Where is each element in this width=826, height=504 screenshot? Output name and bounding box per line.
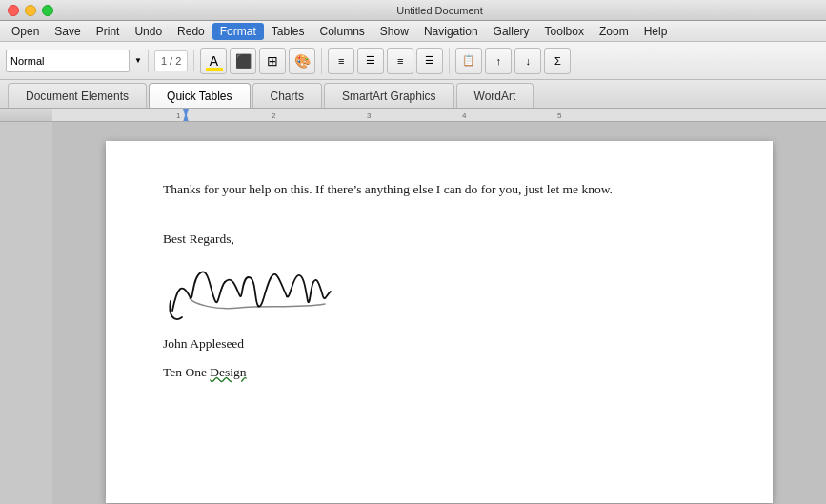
document-area: Thanks for your help on this. If there’s… xyxy=(0,122,826,504)
align-center-button[interactable]: ☰ xyxy=(357,48,384,74)
menu-tables[interactable]: Tables xyxy=(264,23,312,40)
tab-charts[interactable]: Charts xyxy=(252,83,322,108)
align-right-button[interactable]: ≡ xyxy=(387,48,413,74)
close-button[interactable] xyxy=(8,5,19,16)
sender-name: John Appleseed xyxy=(163,333,715,354)
menu-gallery[interactable]: Gallery xyxy=(486,23,537,40)
style-group: ▼ xyxy=(6,50,149,72)
menu-show[interactable]: Show xyxy=(373,23,416,40)
svg-text:2: 2 xyxy=(272,111,276,120)
menu-zoom[interactable]: Zoom xyxy=(592,23,636,40)
align-left-button[interactable]: ≡ xyxy=(328,48,354,74)
menu-save[interactable]: Save xyxy=(47,23,88,40)
title-bar: Untitled Document xyxy=(0,0,826,21)
ruler-content: 1 2 3 4 5 xyxy=(52,109,826,121)
menu-toolbox[interactable]: Toolbox xyxy=(537,23,592,40)
font-color-button[interactable]: A xyxy=(200,48,227,74)
menu-bar: Open Save Print Undo Redo Format Tables … xyxy=(0,21,826,42)
tab-wordart[interactable]: WordArt xyxy=(456,83,534,108)
justify-icon: ☰ xyxy=(425,54,434,67)
table-button[interactable]: ⊞ xyxy=(259,48,286,74)
style-input[interactable] xyxy=(6,50,130,72)
document-scroll[interactable]: Thanks for your help on this. If there’s… xyxy=(52,122,826,504)
sort-desc-button[interactable]: ↓ xyxy=(514,48,541,74)
color-picker-icon: 🎨 xyxy=(294,53,311,69)
company-design: Design xyxy=(210,365,246,379)
justify-button[interactable]: ☰ xyxy=(416,48,443,74)
menu-redo[interactable]: Redo xyxy=(170,23,212,40)
menu-help[interactable]: Help xyxy=(636,23,675,40)
highlight-icon: ⬛ xyxy=(235,53,252,69)
svg-rect-0 xyxy=(52,109,826,122)
svg-text:3: 3 xyxy=(367,111,372,120)
list-button[interactable]: 📋 xyxy=(455,48,482,74)
list-icon: 📋 xyxy=(462,54,475,67)
tab-document-elements[interactable]: Document Elements xyxy=(8,83,147,108)
color-picker-button[interactable]: 🎨 xyxy=(289,48,315,74)
menu-print[interactable]: Print xyxy=(89,23,128,40)
tab-quick-tables[interactable]: Quick Tables xyxy=(149,83,250,108)
maximize-button[interactable] xyxy=(42,5,53,16)
sender-company: Ten One Design xyxy=(163,362,715,383)
left-sidebar xyxy=(0,122,52,504)
greeting-text: Best Regards, xyxy=(163,229,715,250)
svg-text:1: 1 xyxy=(176,111,181,120)
style-dropdown-arrow[interactable]: ▼ xyxy=(134,56,142,65)
align-group: ≡ ☰ ≡ ☰ xyxy=(328,48,450,74)
document-page: Thanks for your help on this. If there’s… xyxy=(106,141,773,503)
menu-columns[interactable]: Columns xyxy=(312,23,372,40)
color-swatch xyxy=(206,68,223,71)
highlight-button[interactable]: ⬛ xyxy=(230,48,256,74)
table-icon: ⊞ xyxy=(267,53,278,69)
align-center-icon: ☰ xyxy=(366,54,375,67)
sum-icon: Σ xyxy=(554,55,561,67)
body-paragraph: Thanks for your help on this. If there’s… xyxy=(163,179,715,200)
ruler-svg: 1 2 3 4 5 xyxy=(52,109,826,122)
menu-format[interactable]: Format xyxy=(212,23,264,40)
list-group: 📋 ↑ ↓ Σ xyxy=(455,48,576,74)
font-icon: A xyxy=(210,53,218,69)
signature-image xyxy=(163,258,363,330)
sort-desc-icon: ↓ xyxy=(526,55,532,67)
company-text: Ten One xyxy=(163,365,210,379)
toolbar: ▼ 1 / 2 A ⬛ ⊞ 🎨 ≡ ☰ ≡ ☰ 📋 ↑ ↓ Σ xyxy=(0,42,826,80)
tab-row: Document Elements Quick Tables Charts Sm… xyxy=(0,80,826,109)
menu-undo[interactable]: Undo xyxy=(127,23,170,40)
tab-smartart-graphics[interactable]: SmartArt Graphics xyxy=(324,83,454,108)
ruler: 1 2 3 4 5 xyxy=(0,109,826,122)
svg-text:4: 4 xyxy=(462,111,467,120)
window-title: Untitled Document xyxy=(61,5,818,16)
sort-asc-icon: ↑ xyxy=(496,55,502,67)
format-group: A ⬛ ⊞ 🎨 xyxy=(200,48,322,74)
menu-navigation[interactable]: Navigation xyxy=(416,23,486,40)
align-right-icon: ≡ xyxy=(397,55,403,67)
menu-open[interactable]: Open xyxy=(4,23,47,40)
align-left-icon: ≡ xyxy=(338,55,344,67)
page-group: 1 / 2 xyxy=(154,50,194,71)
sort-asc-button[interactable]: ↑ xyxy=(485,48,512,74)
page-number: 1 / 2 xyxy=(154,50,188,71)
minimize-button[interactable] xyxy=(25,5,36,16)
signature-block: Best Regards, John Appleseed Ten One Des… xyxy=(163,229,715,383)
svg-text:5: 5 xyxy=(557,111,562,120)
sum-button[interactable]: Σ xyxy=(544,48,571,74)
window-controls[interactable] xyxy=(8,5,53,16)
